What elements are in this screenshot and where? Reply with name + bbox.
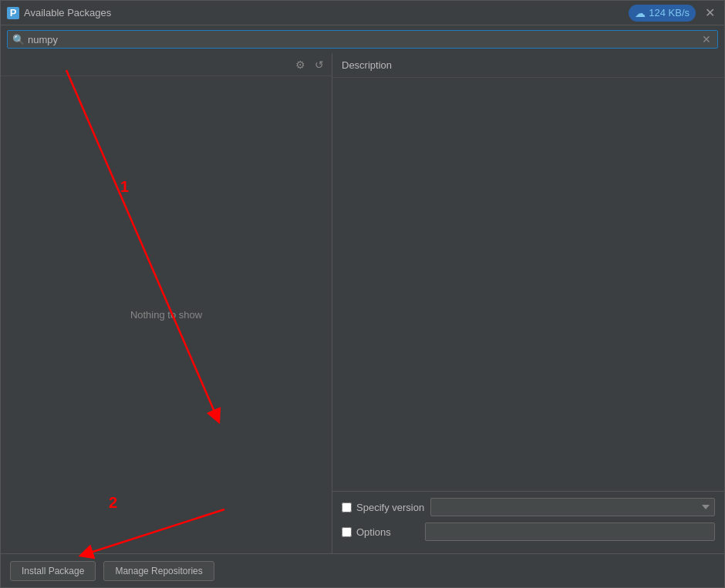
loading-button[interactable]: ⚙ (292, 57, 309, 72)
specify-version-checkbox[interactable] (342, 502, 352, 512)
description-body (332, 78, 724, 491)
network-icon: ☁ (635, 7, 646, 19)
options-input[interactable] (425, 522, 715, 541)
package-list-panel: ⚙ ↺ Nothing to show (1, 53, 332, 553)
specify-version-select[interactable] (430, 498, 715, 516)
install-package-button[interactable]: Install Package (10, 561, 96, 581)
title-bar: P Available Packages ☁ 124 KB/s ✕ (1, 1, 724, 25)
network-speed: 124 KB/s (649, 7, 690, 18)
app-icon: P (7, 7, 19, 19)
search-clear-button[interactable]: ✕ (700, 33, 713, 45)
bottom-left: Install Package Manage Repositories (10, 561, 214, 581)
window-title: Available Packages (24, 7, 111, 18)
options-row: Options (342, 522, 715, 541)
options-label[interactable]: Options (342, 526, 419, 538)
close-button[interactable]: ✕ (702, 5, 718, 21)
app-icon-letter: P (10, 7, 17, 18)
title-bar-right: ☁ 124 KB/s ✕ (629, 5, 718, 22)
title-bar-left: P Available Packages (7, 7, 111, 19)
package-list-body: Nothing to show (1, 76, 332, 553)
list-toolbar: ⚙ ↺ (1, 53, 332, 76)
description-panel: Description Specify version Options (332, 53, 724, 553)
specify-version-row: Specify version (342, 498, 715, 516)
search-wrapper: 🔍 ✕ (7, 30, 718, 49)
specify-version-label[interactable]: Specify version (342, 502, 424, 513)
description-footer: Specify version Options (332, 491, 724, 553)
main-content: ⚙ ↺ Nothing to show Description Specify … (1, 53, 724, 553)
available-packages-window: P Available Packages ☁ 124 KB/s ✕ 🔍 ✕ ⚙ … (0, 0, 725, 588)
search-bar: 🔍 ✕ (1, 25, 724, 53)
description-header: Description (332, 53, 724, 78)
search-input[interactable] (28, 34, 697, 45)
manage-repositories-button[interactable]: Manage Repositories (103, 561, 214, 581)
options-checkbox[interactable] (342, 527, 352, 537)
empty-message: Nothing to show (130, 309, 202, 321)
search-icon: 🔍 (12, 34, 25, 45)
refresh-button[interactable]: ↺ (312, 57, 327, 72)
bottom-bar: Install Package Manage Repositories (1, 553, 724, 587)
network-badge: ☁ 124 KB/s (629, 5, 696, 22)
